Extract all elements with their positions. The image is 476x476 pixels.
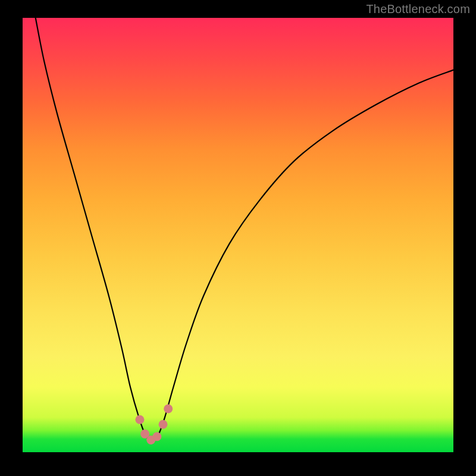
curve-marker [152, 432, 161, 441]
curve-marker [164, 405, 173, 414]
curve-marker [135, 415, 144, 424]
plot-area [23, 18, 453, 452]
bottleneck-curve [36, 18, 453, 441]
curve-svg [23, 18, 453, 452]
chart-frame: TheBottleneck.com [0, 0, 476, 476]
curve-marker [159, 420, 168, 429]
watermark-text: TheBottleneck.com [366, 2, 470, 16]
